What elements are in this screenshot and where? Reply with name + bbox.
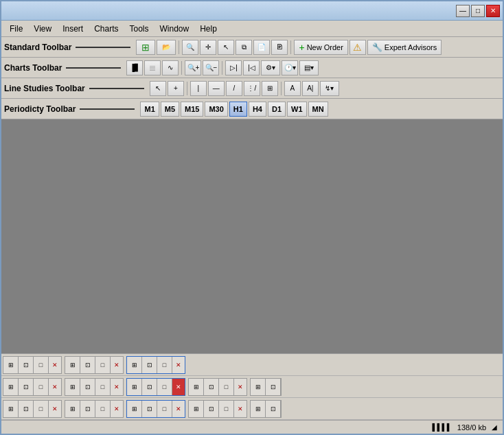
tab-close-5[interactable]: ✕ (111, 379, 123, 395)
menu-help[interactable]: Help (194, 23, 222, 35)
vline-btn[interactable]: | (190, 81, 207, 96)
tab-icon-6b[interactable]: ⊡ (142, 379, 157, 395)
candle-chart-btn[interactable]: 𝄙 (144, 60, 161, 75)
hline-btn[interactable]: — (208, 81, 225, 96)
chart-settings-btn[interactable]: ⚙▾ (261, 60, 280, 75)
tab-icon-4a[interactable]: ⊞ (3, 379, 19, 395)
tab-icon-2a[interactable]: ⊞ (65, 357, 80, 373)
tab-icon-1b[interactable]: ⊡ (19, 357, 34, 373)
tab-close-11[interactable]: ✕ (172, 401, 185, 417)
tab-close-3[interactable]: ✕ (172, 357, 185, 373)
menu-charts[interactable]: Charts (89, 23, 124, 35)
tab-icon-10c[interactable]: □ (95, 401, 111, 417)
grid-btn[interactable]: ⊞ (262, 81, 278, 96)
period-w1[interactable]: W1 (287, 102, 307, 117)
tab-icon-10a[interactable]: ⊞ (65, 401, 80, 417)
tab-icon-8a[interactable]: ⊞ (251, 379, 266, 395)
tab-icon-9b[interactable]: ⊡ (19, 401, 34, 417)
scroll-right-btn[interactable]: ▷| (225, 60, 242, 75)
close-button[interactable]: ✕ (486, 5, 500, 17)
tab-close-10[interactable]: ✕ (111, 401, 123, 417)
tab-icon-3c[interactable]: □ (157, 357, 172, 373)
tab-close-4[interactable]: ✕ (49, 379, 61, 395)
tab-icon-2b[interactable]: ⊡ (80, 357, 95, 373)
tab-icon-2c[interactable]: □ (95, 357, 111, 373)
alert-btn[interactable]: ⚠ (350, 40, 366, 55)
period-h1[interactable]: H1 (229, 102, 247, 117)
tab-icon-5b[interactable]: ⊡ (80, 379, 95, 395)
tab-close-1[interactable]: ✕ (49, 357, 61, 373)
line-chart-btn[interactable]: ∿ (162, 60, 179, 75)
tab-icon-6a[interactable]: ⊞ (127, 379, 142, 395)
tab-icon-1c[interactable]: □ (34, 357, 49, 373)
tab-icon-11a[interactable]: ⊞ (127, 401, 142, 417)
menu-insert[interactable]: Insert (57, 23, 89, 35)
tab-icon-1a[interactable]: ⊞ (3, 357, 19, 373)
tab-icon-3b[interactable]: ⊡ (142, 357, 157, 373)
tab-icon-12b[interactable]: ⊡ (204, 401, 219, 417)
tab-icon-7a[interactable]: ⊞ (189, 379, 204, 395)
trendline-btn[interactable]: / (226, 81, 242, 96)
tab-close-9[interactable]: ✕ (49, 401, 61, 417)
tab-group-8: ⊞ ⊡ (250, 378, 282, 396)
maximize-button[interactable]: □ (471, 5, 485, 17)
zoom-out-btn[interactable]: 🔍− (203, 60, 219, 75)
tab-icon-7c[interactable]: □ (219, 379, 234, 395)
tab-icon-6c[interactable]: □ (157, 379, 172, 395)
scroll-left-btn[interactable]: |◁ (243, 60, 260, 75)
period-sep-btn[interactable]: ⧉ (236, 40, 252, 55)
arrow-select-btn[interactable]: ↖ (150, 81, 166, 96)
tab-icon-4b[interactable]: ⊡ (19, 379, 34, 395)
fib-btn[interactable]: ⋮/ (244, 81, 260, 96)
period-m1[interactable]: M1 (140, 102, 159, 117)
menu-file[interactable]: File (4, 23, 28, 35)
chart-area[interactable] (1, 119, 503, 353)
tab-close-7[interactable]: ✕ (234, 379, 247, 395)
open-btn[interactable]: 📂 (157, 40, 176, 55)
tab-icon-7b[interactable]: ⊡ (204, 379, 219, 395)
tab-icon-13a[interactable]: ⊞ (251, 401, 266, 417)
tab-icon-11b[interactable]: ⊡ (142, 401, 157, 417)
menu-view[interactable]: View (28, 23, 57, 35)
new-order-button[interactable]: + New Order (294, 40, 347, 55)
tab-icon-5c[interactable]: □ (95, 379, 111, 395)
zoom-in-btn[interactable]: 🔍+ (185, 60, 201, 75)
expert-advisors-button[interactable]: 🔧 Expert Advisors (367, 40, 442, 55)
crosshair2-btn[interactable]: + (168, 81, 184, 96)
new-chart-btn[interactable]: ⊞ (136, 40, 155, 55)
tab-icon-10b[interactable]: ⊡ (80, 401, 95, 417)
tab-close-2[interactable]: ✕ (111, 357, 123, 373)
menu-window[interactable]: Window (154, 23, 195, 35)
period-m30[interactable]: M30 (205, 102, 227, 117)
tab-icon-9c[interactable]: □ (34, 401, 49, 417)
tab-icon-11c[interactable]: □ (157, 401, 172, 417)
period-d1[interactable]: D1 (268, 102, 286, 117)
period-m5[interactable]: M5 (161, 102, 179, 117)
period-m15[interactable]: M15 (181, 102, 203, 117)
tab-icon-13b[interactable]: ⊡ (266, 401, 281, 417)
template-btn[interactable]: 📄 (253, 40, 270, 55)
tab-close-6[interactable]: ✕ (172, 379, 185, 395)
chart-zoom-btn[interactable]: 🔍 (182, 40, 198, 55)
more-studies-btn[interactable]: ↯▾ (320, 81, 339, 96)
tab-icon-12a[interactable]: ⊞ (189, 401, 204, 417)
tab-icon-9a[interactable]: ⊞ (3, 401, 19, 417)
period-h4[interactable]: H4 (249, 102, 266, 117)
tab-icon-4c[interactable]: □ (34, 379, 49, 395)
menu-tools[interactable]: Tools (124, 23, 154, 35)
profile-btn[interactable]: 🖹 (271, 40, 288, 55)
period-mn[interactable]: MN (308, 102, 328, 117)
tab-icon-12c[interactable]: □ (219, 401, 234, 417)
cursor-btn[interactable]: ↖ (218, 40, 234, 55)
tab-icon-3a[interactable]: ⊞ (127, 357, 142, 373)
tab-icon-5a[interactable]: ⊞ (65, 379, 80, 395)
clock-btn[interactable]: 🕐▾ (282, 60, 298, 75)
bar-chart-btn[interactable]: ▐▋ (126, 60, 143, 75)
text-btn[interactable]: A (284, 81, 301, 96)
label-btn[interactable]: A| (302, 81, 319, 96)
tab-close-12[interactable]: ✕ (234, 401, 247, 417)
crosshair-btn[interactable]: ✛ (200, 40, 216, 55)
chart-type-btn[interactable]: ▤▾ (299, 60, 319, 75)
tab-icon-8b[interactable]: ⊡ (266, 379, 281, 395)
minimize-button[interactable]: — (456, 5, 470, 17)
